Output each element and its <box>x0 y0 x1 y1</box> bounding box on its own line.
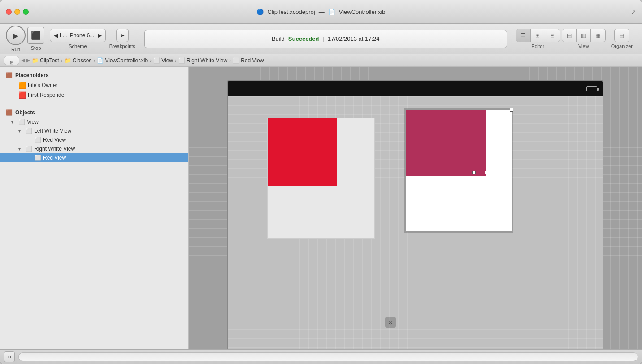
tree-item-red-view-right[interactable]: ⬜ Red View <box>0 153 188 162</box>
resize-icon[interactable]: ⤢ <box>631 9 636 16</box>
left-white-view-canvas[interactable] <box>267 118 375 239</box>
iphone-content[interactable] <box>228 96 603 349</box>
hierarchy-btn[interactable]: ⊞ <box>4 56 19 65</box>
organizer-btn[interactable]: ▤ <box>615 29 629 42</box>
run-button[interactable]: ▶ <box>6 26 26 45</box>
tree-item-view[interactable]: ▾ ⬜ View <box>0 117 188 126</box>
file-icon-2: 📄 <box>328 9 335 15</box>
hierarchy-icons: ⊞ <box>4 56 19 65</box>
classes-folder-icon: 📁 <box>65 57 71 64</box>
stop-group: ⬛ Stop <box>27 27 44 51</box>
bottom-bar: ○ <box>0 349 642 364</box>
placeholders-header: 🟫 Placeholders <box>0 70 188 80</box>
title-separator: — <box>319 9 325 15</box>
breadcrumb-item-view[interactable]: ⬜ View <box>153 57 173 64</box>
tree-item-left-white-view[interactable]: ▾ ⬜ Left White View <box>0 126 188 135</box>
placeholders-cube-icon: 🟫 <box>6 72 13 78</box>
view-toggle[interactable]: ▾ <box>11 120 17 125</box>
handle-mid-right[interactable] <box>485 171 488 174</box>
debug-view-btn[interactable]: ▥ <box>577 29 591 42</box>
canvas-area: ✕ <box>189 67 642 349</box>
organizer-group: ▤ Organizer <box>607 29 636 49</box>
files-owner-label: File's Owner <box>28 82 57 88</box>
organizer-label: Organizer <box>607 43 636 49</box>
forward-arrow[interactable]: ▶ <box>26 57 30 63</box>
stop-label: Stop <box>31 45 41 51</box>
view-box-icon-3: ⬜ <box>233 57 239 64</box>
tree-item-right-white-view[interactable]: ▾ ⬜ Right White View <box>0 144 188 153</box>
util-view-btn[interactable]: ▦ <box>591 29 605 42</box>
run-label: Run <box>11 47 20 52</box>
version-editor-btn[interactable]: ⊟ <box>545 29 560 42</box>
scheme-icon: ◀ <box>54 32 58 39</box>
right-white-view-label: Right White View <box>34 146 75 152</box>
red-view-left-icon: ⬜ <box>35 137 41 143</box>
objects-section: 🟫 Objects ▾ ⬜ View ▾ ⬜ Left White View <box>0 104 188 166</box>
view-group: ▤ ▥ ▦ View <box>562 29 606 49</box>
chevron-right-icon: ▶ <box>98 32 102 39</box>
battery-icon <box>586 86 597 91</box>
breadcrumb-item-classes[interactable]: 📁 Classes <box>65 57 92 64</box>
close-traffic-light[interactable] <box>6 9 12 15</box>
breakpoints-button[interactable]: ➤ <box>116 29 129 42</box>
files-owner-icon: 🟧 <box>18 82 26 89</box>
status-date: 17/02/2013 at 17:24 <box>328 35 380 42</box>
scroll-indicator[interactable]: ⊙ <box>385 317 396 328</box>
handle-bottom-left[interactable] <box>472 171 476 174</box>
scheme-group: ◀ L... iPhone 6.... ▶ Scheme <box>50 29 106 49</box>
bottom-search-input[interactable] <box>18 352 638 361</box>
right-red-view-canvas[interactable] <box>406 110 486 176</box>
red-view-right-icon: ⬜ <box>35 155 41 161</box>
breadcrumb-item-red-view[interactable]: ⬜ Red View <box>233 57 264 64</box>
view-box-icon-1: ⬜ <box>153 57 160 64</box>
breadcrumb-item-right-white-view[interactable]: ⬜ Right White View <box>178 57 227 64</box>
editor-label: Editor <box>528 43 548 49</box>
minimize-traffic-light[interactable] <box>14 9 20 15</box>
objects-label: Objects <box>15 109 35 116</box>
view-box-icon: ⬜ <box>18 119 25 125</box>
view-label: View <box>575 43 593 49</box>
status-text: Build <box>272 35 285 42</box>
files-owner-toggle <box>11 83 17 88</box>
status-bar: Build Succeeded | 17/02/2013 at 17:24 <box>144 30 507 48</box>
tree-item-red-view-left[interactable]: ⬜ Red View <box>0 135 188 144</box>
editor-group: ☰ ⊞ ⊟ Editor <box>516 29 560 49</box>
assistant-editor-btn[interactable]: ⊞ <box>531 29 545 42</box>
right-white-view-label-bc: Right White View <box>187 57 227 64</box>
first-responder-icon: 🟥 <box>18 91 26 99</box>
breadcrumb-item-cliptest[interactable]: 📁 ClipTest <box>32 57 59 64</box>
first-responder-item[interactable]: 🟥 First Responder <box>0 90 188 100</box>
breakpoints-group: ➤ Breakpoints <box>109 29 135 49</box>
editor-btn-group: ☰ ⊞ ⊟ <box>516 29 560 42</box>
xib-label: ViewController.xib <box>105 57 148 64</box>
view-box-icon-2: ⬜ <box>178 57 185 64</box>
scheme-label: Scheme <box>69 43 87 49</box>
breadcrumb-item-xib[interactable]: 📄 ViewController.xib <box>97 57 148 64</box>
scheme-button[interactable]: ◀ L... iPhone 6.... ▶ <box>50 29 106 42</box>
nav-view-btn[interactable]: ▤ <box>562 29 577 42</box>
right-white-view-canvas[interactable] <box>405 109 512 232</box>
handle-top-right[interactable] <box>510 108 513 112</box>
bc-sep-3: › <box>150 57 152 64</box>
back-arrow[interactable]: ◀ <box>21 57 25 63</box>
right-white-box-icon: ⬜ <box>26 146 32 152</box>
red-view-label-bc: Red View <box>241 57 264 64</box>
stop-button[interactable]: ⬛ <box>27 27 44 44</box>
bottom-nav-btn[interactable]: ○ <box>4 351 15 362</box>
organizer-btn-group: ▤ <box>614 29 629 42</box>
scroll-icon: ⊙ <box>388 319 393 325</box>
toolbar: ▶ Run ⬛ Stop ◀ L... iPhone 6.... ▶ Schem… <box>0 24 642 54</box>
files-owner-item[interactable]: 🟧 File's Owner <box>0 80 188 90</box>
cliptest-folder-icon: 📁 <box>32 57 39 64</box>
file1-label: ClipTest.xcodeproj <box>267 9 315 15</box>
breakpoints-label: Breakpoints <box>109 43 135 49</box>
main-content: 🟫 Placeholders 🟧 File's Owner 🟥 First Re… <box>0 67 642 349</box>
status-succeeded: Succeeded <box>288 35 319 42</box>
zoom-traffic-light[interactable] <box>23 9 29 15</box>
red-view-left-label: Red View <box>43 137 66 143</box>
left-red-view-canvas[interactable] <box>268 118 337 186</box>
left-white-toggle[interactable]: ▾ <box>18 129 24 134</box>
main-window: 🔵 ClipTest.xcodeproj — 📄 ViewController.… <box>0 0 642 364</box>
right-white-toggle[interactable]: ▾ <box>18 147 24 152</box>
standard-editor-btn[interactable]: ☰ <box>516 29 531 42</box>
